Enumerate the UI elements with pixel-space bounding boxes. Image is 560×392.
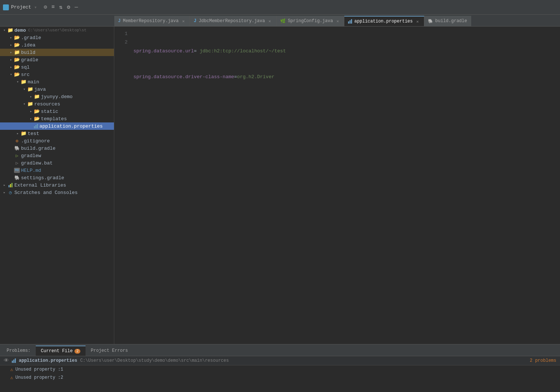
tab-build-gradle[interactable]: 🐘 build.gradle: [424, 16, 471, 26]
node-label-gitignore: .gitignore: [21, 138, 50, 144]
tab-member-repository[interactable]: J MemberRepository.java ✕: [114, 16, 190, 26]
tree-node-demo[interactable]: 📁 demo C:\Users\user\Desktop\st: [0, 27, 114, 34]
node-label-sql: sql: [21, 65, 29, 70]
tab-problems-label: Problems:: [7, 348, 31, 353]
chevron-idea: [8, 42, 14, 48]
folder-icon-java: 📁: [27, 86, 33, 92]
node-label-ext-libs: External Libraries: [14, 183, 66, 188]
node-label-gradle2: gradle: [21, 57, 38, 63]
folder-icon-main: 📁: [21, 79, 27, 85]
list-icon[interactable]: ≡: [51, 4, 55, 10]
tree-node-build[interactable]: 📁 build: [0, 49, 114, 56]
folder-icon-test: 📁: [21, 131, 27, 136]
chevron-resources: [21, 101, 27, 107]
node-label-jyunyy: jyunyy.demo: [41, 94, 73, 100]
tree-node-help-md[interactable]: MD HELP.md: [0, 167, 114, 174]
settings-gradle-icon: 🐘: [14, 175, 20, 180]
tab-spring-config[interactable]: 🌿 SpringConfig.java ✕: [276, 16, 344, 26]
current-file-badge: 2: [74, 349, 80, 354]
main-area: 📁 demo C:\Users\user\Desktop\st 📂 .gradl…: [0, 27, 560, 344]
tree-node-gradlew-bat[interactable]: ▷ gradlew.bat: [0, 159, 114, 167]
tab-label: SpringConfig.java: [288, 18, 333, 24]
tree-node-java[interactable]: 📁 java: [0, 86, 114, 93]
node-label-build: build: [21, 50, 35, 55]
project-icon: [3, 4, 9, 10]
tab-close-btn[interactable]: ✕: [267, 18, 272, 24]
chevron-ext-libs: [1, 182, 7, 188]
tree-node-test[interactable]: 📁 test: [0, 130, 114, 137]
bottom-content: 👁 application.properties C:\Users\user\D…: [0, 356, 560, 392]
warning-icon-2: ⚠: [10, 375, 13, 381]
tab-label: application.properties: [354, 19, 413, 24]
chevron-sql: [8, 64, 14, 70]
chevron-test: [15, 131, 21, 136]
editor-area[interactable]: 1 2 spring.datasource.url= jdbc:h2:tcp:/…: [114, 27, 560, 344]
props-file-icon: [34, 124, 38, 128]
tree-node-sql[interactable]: 📂 sql: [0, 63, 114, 71]
tree-node-scratches[interactable]: ◷ Scratches and Consoles: [0, 189, 114, 196]
chevron-none: [28, 123, 34, 129]
tab-project-errors-label: Project Errors: [91, 348, 128, 353]
line-num-2: 2: [116, 38, 128, 46]
tree-node-gradle-dir[interactable]: 📂 .gradle: [0, 34, 114, 41]
node-label-demo: demo: [14, 28, 26, 33]
folder-icon-resources: 📁: [27, 101, 33, 107]
bottom-file-icon: [12, 358, 16, 363]
tree-node-gradle[interactable]: 📂 gradle: [0, 56, 114, 63]
node-label-help-md: HELP.md: [21, 168, 41, 173]
folder-icon-src: 📂: [14, 72, 20, 77]
node-label-gradlew-bat: gradlew.bat: [21, 160, 53, 166]
chevron-demo: [1, 27, 7, 33]
tab-jdbc-member-repository[interactable]: J JdbcMemberRepository.java ✕: [190, 16, 276, 26]
tree-node-main[interactable]: 📁 main: [0, 78, 114, 86]
code-line-2: spring.datasource.driver-class-name=org.…: [133, 73, 556, 81]
node-label-idea: .idea: [21, 42, 35, 48]
problem-row-2: ⚠ Unused property :2: [0, 374, 560, 382]
node-label-src: src: [21, 72, 29, 77]
folder-icon-sql: 📂: [14, 64, 20, 70]
gear-icon[interactable]: ⚙: [67, 4, 70, 11]
tree-node-idea[interactable]: 📂 .idea: [0, 41, 114, 49]
tree-node-build-gradle[interactable]: 🐘 build.gradle: [0, 145, 114, 152]
spring-icon: 🌿: [280, 18, 286, 24]
scratches-icon: ◷: [7, 190, 13, 195]
tree-node-settings-gradle[interactable]: 🐘 settings.gradle: [0, 174, 114, 181]
tree-node-src[interactable]: 📂 src: [0, 71, 114, 78]
tab-close-btn[interactable]: ✕: [181, 18, 186, 24]
warning-icon-1: ⚠: [10, 367, 13, 372]
bottom-tabs: Problems: Current File 2 Project Errors: [0, 344, 560, 356]
title-bar-icons: ⊙ ≡ ⇅ ⚙ —: [44, 4, 78, 11]
tab-current-file[interactable]: Current File 2: [36, 346, 86, 356]
problem-text-1: Unused property :1: [15, 367, 63, 372]
tree-node-resources[interactable]: 📁 resources: [0, 100, 114, 108]
folder-icon-templates: 📂: [34, 116, 40, 122]
tree-node-ext-libs[interactable]: External Libraries: [0, 181, 114, 189]
eye-icon: 👁: [4, 358, 9, 364]
svg-rect-2: [4, 7, 7, 8]
code-line-1: spring.datasource.url= jdbc:h2:tcp://loc…: [133, 47, 556, 55]
tab-close-btn[interactable]: ✕: [415, 19, 420, 24]
tree-node-gitignore[interactable]: ⚙ .gitignore: [0, 137, 114, 145]
tree-node-static[interactable]: 📂 static: [0, 108, 114, 115]
svg-rect-1: [4, 6, 7, 7]
tree-node-gradlew[interactable]: ▷ gradlew: [0, 152, 114, 159]
tab-project-errors[interactable]: Project Errors: [86, 346, 133, 356]
node-label-settings-gradle: settings.gradle: [21, 175, 64, 181]
tab-close-btn[interactable]: ✕: [335, 18, 340, 24]
tree-node-app-props[interactable]: application.properties: [0, 122, 114, 130]
tab-application-properties[interactable]: application.properties ✕: [344, 16, 424, 26]
project-tree: 📁 demo C:\Users\user\Desktop\st 📂 .gradl…: [0, 27, 114, 344]
folder-icon-jyunyy: 📁: [34, 94, 40, 100]
circle-icon[interactable]: ⊙: [44, 4, 47, 11]
node-label-main: main: [28, 79, 39, 85]
sort-icon[interactable]: ⇅: [59, 4, 62, 11]
tree-node-jyunyy[interactable]: 📁 jyunyy.demo: [0, 93, 114, 100]
chevron-jyunyy: [28, 94, 34, 100]
tab-current-file-label: Current File: [41, 348, 73, 354]
leaf-space4: [8, 160, 14, 166]
code-lines[interactable]: spring.datasource.url= jdbc:h2:tcp://loc…: [129, 27, 560, 344]
minus-icon[interactable]: —: [75, 4, 78, 10]
tree-node-templates[interactable]: 📂 templates: [0, 115, 114, 122]
node-label-gradlew: gradlew: [21, 153, 41, 159]
tab-problems[interactable]: Problems:: [1, 346, 36, 356]
